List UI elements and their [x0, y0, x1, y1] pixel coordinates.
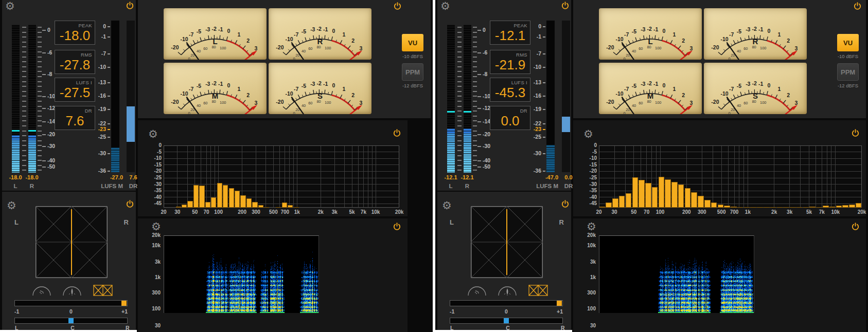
settings-gear-icon[interactable]: ⚙ — [442, 200, 452, 211]
correlation-handle[interactable] — [121, 301, 127, 306]
balance-handle[interactable] — [68, 318, 74, 323]
window-edge — [0, 330, 137, 332]
scope-mode-dots-button[interactable] — [32, 285, 51, 296]
level-meter-left — [12, 25, 20, 173]
lr-scale-label: -50 — [483, 163, 490, 170]
power-icon[interactable] — [561, 1, 570, 10]
svg-text:40: 40 — [302, 49, 306, 53]
spectrum-x-label: 2k — [766, 209, 783, 215]
power-icon[interactable] — [126, 1, 134, 10]
settings-gear-icon[interactable]: ⚙ — [583, 128, 593, 139]
svg-text:R: R — [753, 37, 758, 46]
power-icon[interactable] — [851, 128, 860, 137]
svg-text:1: 1 — [672, 31, 676, 38]
power-icon[interactable] — [393, 222, 401, 231]
scale-tick — [543, 82, 545, 83]
svg-text:0: 0 — [293, 111, 295, 115]
svg-text:100: 100 — [220, 100, 226, 105]
svg-text:-10: -10 — [720, 90, 728, 97]
svg-text:-7: -7 — [294, 86, 298, 92]
balance-slider[interactable] — [14, 318, 128, 324]
svg-text:M: M — [212, 91, 219, 100]
svg-text:2: 2 — [682, 38, 685, 44]
scale-tick — [477, 134, 481, 135]
lufs-scale-label: -36 — [518, 168, 541, 174]
svg-text:60: 60 — [743, 101, 748, 105]
spectrum-bar — [849, 205, 855, 208]
spectrum-bar — [599, 207, 606, 208]
meter-panel: ⚙ 0-6-8-10-12-14-20-30-40-50 PEAK-12.1 R… — [437, 0, 571, 191]
spectrum-plot — [599, 145, 862, 208]
lufs-momentary-meter — [111, 21, 119, 172]
balance-handle[interactable] — [504, 318, 509, 323]
svg-text:40: 40 — [737, 103, 741, 108]
corr-label-mid: 0 — [66, 308, 76, 315]
scope-mode-lissajous-button[interactable] — [93, 285, 113, 296]
settings-gear-icon[interactable]: ⚙ — [440, 1, 450, 11]
vu-mode-button[interactable]: VU — [837, 34, 859, 51]
vu-mode-button[interactable]: VU — [402, 34, 423, 51]
ppm-mode-button[interactable]: PPM — [837, 63, 859, 81]
corr-label-mid: 0 — [501, 308, 511, 315]
ppm-mode-button[interactable]: PPM — [402, 63, 423, 81]
settings-gear-icon[interactable]: ⚙ — [151, 221, 161, 232]
power-icon[interactable] — [853, 2, 862, 10]
power-icon[interactable] — [393, 2, 402, 10]
correlation-slider[interactable] — [450, 300, 563, 306]
spectrum-y-label: -30 — [580, 181, 597, 187]
svg-text:-10: -10 — [285, 90, 293, 97]
balance-slider[interactable] — [450, 318, 563, 324]
spectrum-y-label: -45 — [580, 200, 597, 206]
spectrogram-y-label: 20k — [144, 232, 161, 238]
ppm-reference-label: -12 dBFS — [833, 83, 863, 88]
scale-tick — [108, 153, 110, 154]
readout-value: -45.3 — [490, 85, 530, 101]
scale-tick — [543, 36, 545, 38]
svg-text:3: 3 — [359, 45, 362, 51]
spectrum-x-label: 20 — [591, 209, 607, 215]
spectrum-x-label: 100 — [210, 209, 227, 215]
svg-text:-10: -10 — [180, 90, 188, 97]
settings-gear-icon[interactable]: ⚙ — [148, 128, 158, 139]
scope-mode-trace-button[interactable] — [62, 285, 82, 296]
spectrum-bar — [744, 207, 750, 208]
settings-gear-icon[interactable]: ⚙ — [587, 221, 596, 232]
vu-panel: -20-10-7-5-3-2-10123020406080100L -20-10… — [573, 0, 866, 118]
svg-text:1: 1 — [342, 31, 345, 38]
spectrum-bar — [737, 207, 743, 208]
settings-gear-icon[interactable]: ⚙ — [5, 1, 15, 11]
correlation-handle[interactable] — [557, 301, 562, 306]
lufs-readout: LUFS I-27.5 — [55, 78, 95, 102]
settings-gear-icon[interactable]: ⚙ — [7, 200, 16, 211]
level-meter-left — [447, 25, 455, 173]
spectrum-bar — [626, 193, 632, 208]
scale-tick — [543, 67, 545, 68]
scale-tick — [477, 146, 481, 147]
peak-readout: PEAK-18.0 — [55, 21, 95, 45]
svg-text:-5: -5 — [197, 28, 201, 34]
correlation-slider[interactable] — [14, 300, 128, 306]
spectrum-y-label: -15 — [145, 162, 162, 168]
svg-text:-20: -20 — [606, 44, 614, 50]
meter-name: LUFS M — [82, 183, 123, 189]
scope-mode-trace-button[interactable] — [498, 285, 517, 296]
scale-tick — [543, 137, 545, 138]
spectrum-y-label: -5 — [145, 149, 162, 155]
power-icon[interactable] — [561, 199, 570, 208]
spectrum-y-label: -20 — [580, 168, 597, 174]
gonio-left-label: L — [450, 218, 454, 226]
lr-scale-label: -14 — [483, 118, 490, 125]
power-icon[interactable] — [851, 222, 860, 231]
lr-scale-label: -40 — [483, 157, 490, 164]
power-icon[interactable] — [393, 128, 401, 137]
svg-text:60: 60 — [308, 101, 312, 105]
scope-mode-lissajous-button[interactable] — [528, 285, 548, 296]
scope-mode-dots-button[interactable] — [467, 285, 487, 296]
spectrum-bar — [731, 207, 737, 208]
power-icon[interactable] — [126, 199, 134, 208]
svg-text:-10: -10 — [615, 36, 623, 42]
corr-label-max: +1 — [557, 308, 563, 315]
spectrum-bar — [750, 207, 756, 208]
spectrum-y-label: -40 — [580, 194, 597, 200]
root: ⚙ 0-6-8-10-12-14-20-30-40-50 PEAK-18.0 R… — [0, 0, 868, 332]
